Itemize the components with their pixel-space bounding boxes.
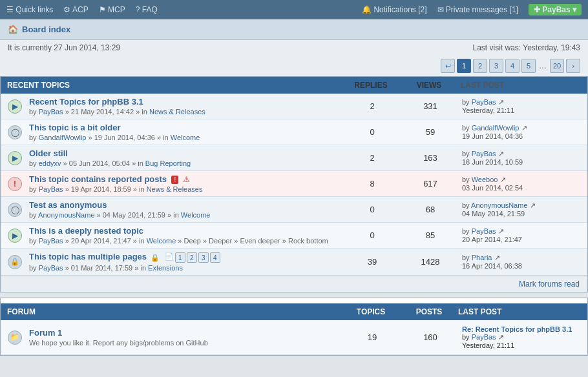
pagination-page-4[interactable]: 4 — [505, 59, 520, 73]
topic-title-link[interactable]: This topic has multiple pages — [29, 252, 147, 261]
pagination-page-5[interactable]: 5 — [521, 59, 536, 73]
topic-meta: by PayBas » 20 Apr 2014, 21:47 » in Welc… — [29, 237, 343, 245]
col-replies-label: REPLIES — [342, 81, 400, 90]
topic-page-3[interactable]: 3 — [198, 252, 209, 263]
pagination-page-20[interactable]: 20 — [550, 59, 564, 73]
locked-topic-icon: 🔒 — [8, 255, 22, 269]
table-row: ▶ Older still by eddyxv » 05 Jun 2014, 0… — [1, 145, 587, 171]
topic-author-link[interactable]: PayBas — [39, 237, 63, 245]
topic-content: Older still by eddyxv » 05 Jun 2014, 05:… — [29, 148, 343, 167]
topic-forum-link[interactable]: Bug Reporting — [145, 159, 191, 167]
topic-forum-link[interactable]: News & Releases — [147, 185, 203, 193]
forum-lastpost: Re: Recent Topics for phpBB 3.1 by PayBa… — [459, 325, 582, 349]
lastpost-icon: ↗ — [500, 176, 506, 183]
topic-forum-link[interactable]: Welcome — [181, 211, 211, 219]
lastpost-author-link[interactable]: PayBas — [472, 227, 496, 235]
topic-meta: by PayBas » 21 May 2014, 14:42 » in News… — [29, 108, 343, 116]
lastpost-author-link[interactable]: Pharia — [472, 254, 492, 261]
topic-lastpost: by Pharia ↗ 16 Apr 2014, 06:38 — [459, 254, 582, 270]
col-lastpost-label: LAST POST — [458, 81, 581, 90]
top-bar-left: ☰ Quick links ⚙ ACP ⚑ MCP ? FAQ — [6, 5, 158, 14]
pagination-page-3[interactable]: 3 — [489, 59, 503, 73]
lastpost-author-link[interactable]: Weeboo — [472, 176, 498, 183]
pagination-next[interactable]: › — [566, 59, 580, 73]
topic-author-link[interactable]: eddyxv — [39, 159, 61, 167]
topic-content: This topic is a bit older by GandalfWowl… — [29, 123, 343, 141]
pagination-bar: ↩ 1 2 3 4 5 … 20 › — [0, 56, 588, 76]
forum-lastpost-arrow: ↗ — [498, 333, 504, 341]
lastpost-icon: ↗ — [494, 254, 500, 261]
lastpost-author-link[interactable]: AnonymousName — [471, 201, 527, 209]
topic-author-link[interactable]: PayBas — [39, 108, 63, 116]
topic-author-link[interactable]: PayBas — [39, 264, 63, 272]
faq-icon: ? — [136, 5, 140, 14]
topic-forum-link[interactable]: News & Releases — [149, 108, 205, 116]
pagination-go-btn[interactable]: ↩ — [441, 59, 455, 73]
topic-content: This is a deeply nested topic by PayBas … — [29, 226, 343, 245]
forum-lastpost-title-link[interactable]: Re: Recent Topics for phpBB 3.1 — [462, 325, 572, 333]
topic-lastpost: by PayBas ↗ 16 Jun 2014, 10:59 — [459, 150, 582, 166]
board-index-link[interactable]: Board index — [22, 25, 70, 34]
lastpost-author-link[interactable]: PayBas — [472, 150, 496, 158]
forum-name-link[interactable]: Forum 1 — [29, 328, 62, 338]
mcp-icon: ⚑ — [99, 5, 106, 14]
topic-author-link[interactable]: PayBas — [39, 185, 63, 193]
topic-views: 163 — [401, 153, 459, 163]
lastpost-author-link[interactable]: GandalfWowlip — [472, 124, 520, 132]
circle-icon: ◯ — [11, 205, 19, 214]
pagination-page-2[interactable]: 2 — [473, 59, 487, 73]
table-row: ▶ Recent Topics for phpBB 3.1 by PayBas … — [1, 94, 587, 119]
mcp-link[interactable]: ⚑ MCP — [99, 5, 125, 14]
lastpost-author-link[interactable]: PayBas — [472, 98, 496, 106]
circle-icon: ◯ — [11, 128, 19, 137]
col-views-label: VIEWS — [400, 81, 458, 90]
mark-forums-read-link[interactable]: Mark forums read — [519, 280, 580, 289]
arrow-icon: ▶ — [12, 154, 18, 163]
page-icon: 📄 — [165, 252, 174, 263]
faq-link[interactable]: ? FAQ — [136, 5, 158, 14]
table-row: ◯ This topic is a bit older by GandalfWo… — [1, 119, 587, 145]
topic-status-icon: ◯ — [6, 203, 24, 217]
table-row: 🔒 This topic has multiple pages 🔒 📄 1 2 … — [1, 249, 587, 276]
topic-page-4[interactable]: 4 — [210, 252, 220, 263]
topic-author-link[interactable]: AnonymousName — [38, 211, 94, 219]
topic-title-link[interactable]: This topic contains reported posts — [29, 174, 167, 184]
topic-forum-link[interactable]: Welcome — [147, 237, 176, 245]
pagination-page-1[interactable]: 1 — [457, 59, 471, 73]
topic-views: 68 — [401, 205, 459, 214]
topic-lastpost: by PayBas ↗ 20 Apr 2014, 21:47 — [459, 227, 582, 243]
topic-page-1[interactable]: 1 — [175, 252, 185, 263]
pagination-dots: … — [538, 61, 548, 70]
topic-status-icon: ▶ — [6, 99, 24, 114]
warning-icon: ⚠ — [183, 175, 190, 184]
topic-lastpost: by GandalfWowlip ↗ 19 Jun 2014, 04:36 — [459, 124, 582, 140]
topic-page-2[interactable]: 2 — [187, 252, 197, 263]
lastpost-icon: ↗ — [498, 150, 504, 158]
topic-replies: 8 — [343, 179, 401, 188]
lastpost-icon: ↗ — [530, 201, 536, 209]
topic-lastpost: by Weeboo ↗ 03 Jun 2014, 02:54 — [459, 176, 582, 192]
topic-title-link[interactable]: Recent Topics for phpBB 3.1 — [29, 97, 143, 107]
acp-icon: ⚙ — [63, 5, 70, 14]
topic-title-link[interactable]: Test as anonymous — [29, 200, 107, 210]
topic-forum-link[interactable]: Welcome — [171, 134, 200, 141]
forum-icon-circle: 📁 — [8, 331, 22, 345]
acp-link[interactable]: ⚙ ACP — [63, 5, 88, 14]
list-item: 📁 Forum 1 We hope you like it. Report an… — [1, 320, 587, 355]
user-plus-icon: ✚ — [534, 5, 540, 14]
forum-lastpost-author-link[interactable]: PayBas — [472, 333, 496, 341]
user-badge[interactable]: ✚ PayBas ▾ — [529, 4, 582, 15]
quick-links-menu[interactable]: ☰ Quick links — [6, 5, 53, 14]
topic-author-link[interactable]: GandalfWowlip — [39, 134, 87, 141]
private-messages-link[interactable]: ✉ Private messages [1] — [437, 5, 518, 14]
lastpost-icon: ↗ — [498, 227, 504, 235]
topic-title-link[interactable]: Older still — [29, 148, 68, 158]
notifications-link[interactable]: 🔔 Notifications [2] — [362, 5, 426, 14]
topic-title-link[interactable]: This is a deeply nested topic — [29, 226, 143, 236]
forum-posts-count: 160 — [401, 332, 459, 342]
topic-forum-link[interactable]: Extensions — [148, 264, 183, 272]
topic-views: 59 — [401, 127, 459, 137]
recent-topics-header: RECENT TOPICS REPLIES VIEWS LAST POST — [1, 77, 587, 94]
topic-title-link[interactable]: This topic is a bit older — [29, 123, 121, 132]
lock-badge: 🔒 — [151, 254, 160, 262]
